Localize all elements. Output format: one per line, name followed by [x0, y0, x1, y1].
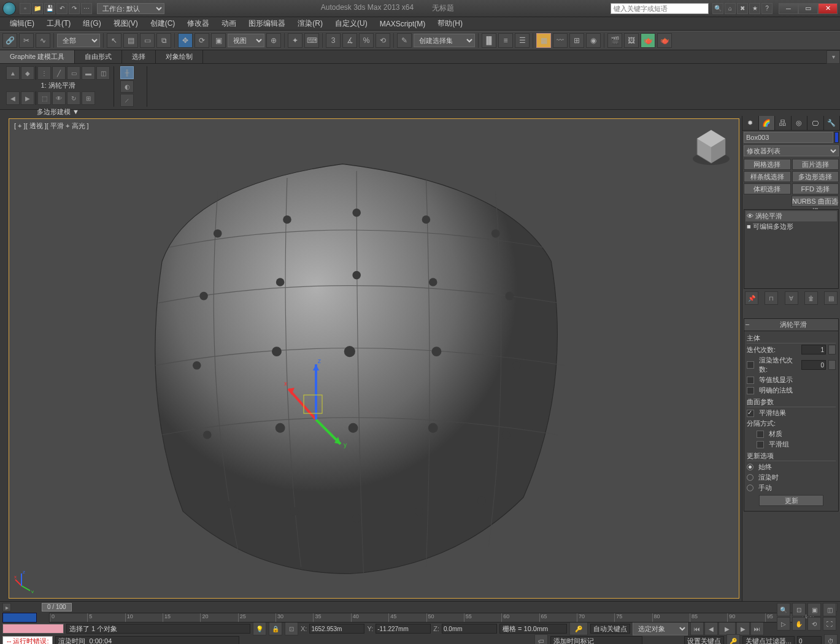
modifier-stack[interactable]: 👁 涡轮平滑 ■ 可编辑多边形	[744, 209, 839, 289]
perspective-viewport[interactable]: [ + ][ 透视 ][ 平滑 + 高光 ]	[9, 118, 739, 599]
schematic-view-icon[interactable]: ⊞	[569, 33, 584, 48]
epoly-mod-icon[interactable]: ◆	[21, 66, 34, 80]
explicit-normals-checkbox[interactable]	[747, 387, 754, 394]
play-icon[interactable]: ▶	[719, 622, 736, 635]
upd-manual-radio[interactable]	[747, 485, 753, 491]
ribbon-tab-freeform[interactable]: 自由形式	[75, 50, 122, 63]
iterations-spinner[interactable]	[801, 345, 826, 355]
prev-frame-icon[interactable]: ◀	[704, 622, 718, 635]
viewport-label[interactable]: [ + ][ 透视 ][ 平滑 + 高光 ]	[14, 121, 89, 131]
configure-sets-icon[interactable]: ▤	[824, 291, 838, 305]
viewcube[interactable]	[690, 125, 733, 168]
modify-tab-icon[interactable]: 🌈	[759, 116, 776, 130]
utilities-tab-icon[interactable]: 🔧	[824, 116, 841, 130]
autokey-button[interactable]: 自动关键点	[590, 624, 630, 634]
edge-icon[interactable]: ╱	[52, 66, 66, 80]
stack-item-turbosmooth[interactable]: 👁 涡轮平滑	[746, 211, 837, 221]
ribbon-minimize-icon[interactable]: ▾	[827, 50, 840, 64]
menu-rendering[interactable]: 渲染(R)	[291, 17, 329, 30]
motion-tab-icon[interactable]: ◎	[792, 116, 808, 130]
update-button[interactable]: 更新	[759, 495, 823, 506]
sel-poly-button[interactable]: 多边形选择	[792, 171, 839, 182]
time-config-icon[interactable]: ⏱	[824, 634, 838, 644]
remove-mod-icon[interactable]: 🗑	[804, 291, 818, 305]
spinner-snap-icon[interactable]: ⟲	[376, 33, 390, 48]
menu-maxscript[interactable]: MAXScript(M)	[374, 18, 432, 29]
menu-animation[interactable]: 动画	[215, 17, 242, 30]
zoom-all-icon[interactable]: ⊡	[792, 603, 806, 616]
spinner-arrows-icon[interactable]	[828, 345, 836, 355]
minimize-button[interactable]: ─	[779, 3, 798, 14]
pivot-icon[interactable]: ⊕	[266, 33, 281, 48]
save-icon[interactable]: 💾	[44, 3, 55, 14]
close-button[interactable]: ✕	[818, 3, 838, 14]
menu-grapheditors[interactable]: 图形编辑器	[242, 17, 291, 30]
selection-lock-icon[interactable]: 🔒	[269, 622, 282, 635]
rollout-title[interactable]: –涡轮平滑	[744, 319, 838, 331]
curve-editor-icon[interactable]: 〰	[553, 33, 568, 48]
sel-nurbs-button[interactable]: NURBS 曲面选择	[792, 196, 839, 207]
material-editor-icon[interactable]: ◉	[586, 33, 601, 48]
ribbon-tab-paint[interactable]: 对象绘制	[156, 50, 203, 63]
y-coord-input[interactable]	[376, 624, 431, 634]
ignore-backfacing-icon[interactable]: ⬚	[37, 91, 51, 105]
selection-filter[interactable]: 全部	[57, 34, 100, 47]
link-icon[interactable]: 🔗	[2, 33, 17, 48]
sel-vol-button[interactable]: 体积选择	[744, 183, 791, 194]
make-unique-icon[interactable]: ∀	[785, 291, 798, 305]
vertex-icon[interactable]: ⋮	[37, 66, 51, 80]
menu-help[interactable]: 帮助(H)	[431, 17, 469, 30]
poly-icon[interactable]: ▬	[82, 66, 95, 80]
layers-icon[interactable]: ☰	[515, 33, 530, 48]
project-icon[interactable]: ⋯	[81, 3, 92, 14]
key-filters-button[interactable]: 关键点过滤器...	[742, 636, 795, 644]
ribbon-tab-selection[interactable]: 选择	[122, 50, 156, 63]
subscription-icon[interactable]: ⌂	[725, 3, 736, 14]
manipulate-icon[interactable]: ✦	[288, 33, 302, 48]
sel-patch-button[interactable]: 面片选择	[792, 159, 839, 170]
render-icon[interactable]: 🫖	[641, 33, 655, 48]
transform-gizmo[interactable]: x y z	[279, 352, 365, 450]
menu-customize[interactable]: 自定义(U)	[329, 17, 374, 30]
menu-edit[interactable]: 编辑(E)	[4, 17, 40, 30]
preview-icon[interactable]: 👁	[52, 91, 66, 105]
current-frame-input[interactable]	[797, 636, 822, 644]
redo-icon[interactable]: ↷	[69, 3, 80, 14]
smooth-result-checkbox[interactable]	[747, 410, 754, 417]
create-tab-icon[interactable]: ✹	[742, 116, 759, 130]
modifier-list[interactable]: 修改器列表	[744, 145, 839, 156]
object-name-input[interactable]	[744, 132, 833, 143]
pan-icon[interactable]: ✋	[792, 617, 806, 631]
align-icon[interactable]: ≡	[498, 33, 513, 48]
favorites-icon[interactable]: ★	[749, 3, 760, 14]
spinner-arrows-icon[interactable]	[828, 360, 836, 370]
nurms-icon[interactable]: ◐	[120, 80, 134, 93]
named-selection-set[interactable]: 创建选择集	[414, 34, 475, 47]
sel-mesh-button[interactable]: 网格选择	[744, 159, 791, 170]
zoom-icon[interactable]: 🔍	[777, 603, 790, 616]
isoline-checkbox[interactable]	[747, 377, 754, 384]
open-icon[interactable]: 📁	[32, 3, 43, 14]
time-tag-icon[interactable]: 🏷	[534, 634, 548, 644]
new-icon[interactable]: ▫	[20, 3, 31, 14]
element-icon[interactable]: ◫	[96, 66, 110, 80]
zoom-extents-icon[interactable]: ▣	[807, 603, 821, 616]
select-icon[interactable]: ↖	[107, 33, 121, 48]
time-slider[interactable]: ▸ 0 / 100 ▸	[0, 602, 840, 613]
maximize-viewport-icon[interactable]: ⛶	[823, 617, 836, 631]
fov-icon[interactable]: ▷	[777, 617, 790, 631]
time-ruler[interactable]: 0510152025303540455055606570758085909510…	[49, 613, 803, 623]
swiftloop-icon[interactable]: ╫	[120, 66, 134, 79]
setkey-button[interactable]: 设置关键点	[684, 636, 724, 644]
constraints-icon[interactable]: ⊞	[82, 91, 95, 105]
stack-item-editablepoly[interactable]: ■ 可编辑多边形	[746, 221, 837, 232]
sel-spline-button[interactable]: 样条线选择	[744, 171, 791, 182]
border-icon[interactable]: ▭	[67, 66, 80, 80]
next-mod-icon[interactable]: ▶	[21, 91, 34, 105]
zoom-extents-all-icon[interactable]: ◫	[823, 603, 836, 616]
sel-ffd-button[interactable]: FFD 选择	[792, 183, 839, 194]
time-handle[interactable]: 0 / 100	[42, 603, 72, 611]
paint-connect-icon[interactable]: ⟋	[120, 94, 134, 107]
orbit-icon[interactable]: ⟲	[807, 617, 821, 631]
help-search-input[interactable]	[611, 3, 709, 14]
